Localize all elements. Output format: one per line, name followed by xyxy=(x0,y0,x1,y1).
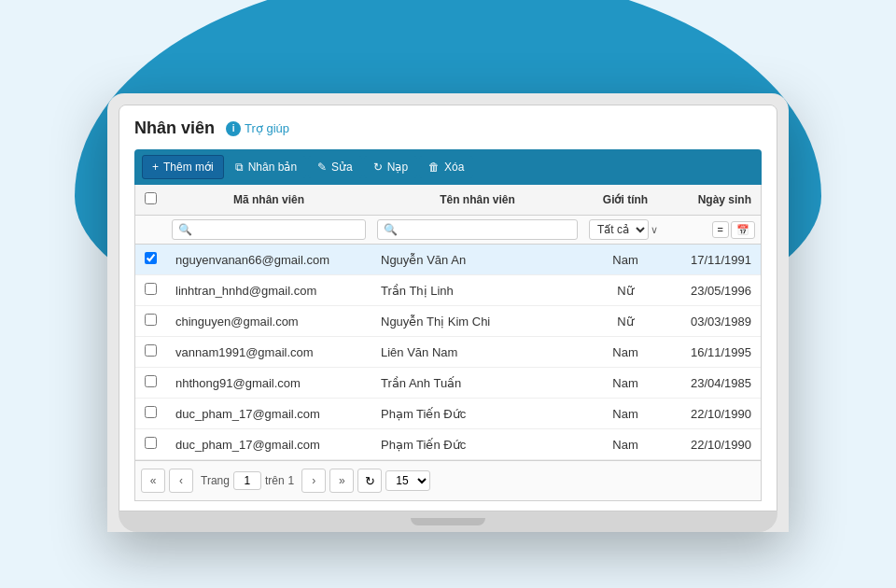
row-gender: Nam xyxy=(583,337,667,368)
laptop-screen: Nhân viên i Trợ giúp + Thêm mới ⧉ Nhân b… xyxy=(119,105,777,511)
delete-button[interactable]: 🗑 Xóa xyxy=(419,156,473,178)
table-row[interactable]: linhtran_hnhd@gmail.com Trần Thị Linh Nữ… xyxy=(135,275,761,306)
table-row[interactable]: chinguyen@gmail.com Nguyễn Thị Kim Chi N… xyxy=(135,306,761,337)
filter-gender-select[interactable]: Tất cả Nam Nữ xyxy=(589,219,649,240)
row-checkbox-cell xyxy=(135,245,166,275)
row-checkbox-cell xyxy=(135,337,166,368)
help-text: Trợ giúp xyxy=(245,121,289,135)
row-dob: 22/10/1990 xyxy=(667,399,761,429)
row-checkbox[interactable] xyxy=(145,375,157,387)
row-dob: 23/05/1996 xyxy=(667,275,761,306)
data-table: Mã nhân viên Tên nhân viên Giới tính Ngà… xyxy=(135,185,761,460)
prev-page-button[interactable]: ‹ xyxy=(169,469,193,493)
row-checkbox[interactable] xyxy=(145,406,157,418)
row-name: Phạm Tiến Đức xyxy=(371,429,583,460)
add-label: Thêm mới xyxy=(163,161,214,174)
row-id: nguyenvanan66@gmail.com xyxy=(166,245,371,275)
table-row[interactable]: nguyenvanan66@gmail.com Nguyễn Văn An Na… xyxy=(135,245,761,275)
table-header-row: Mã nhân viên Tên nhân viên Giới tính Ngà… xyxy=(135,185,761,216)
row-gender: Nữ xyxy=(583,306,667,337)
table-body: nguyenvanan66@gmail.com Nguyễn Văn An Na… xyxy=(135,245,761,460)
row-checkbox[interactable] xyxy=(145,314,157,326)
next-page-button[interactable]: › xyxy=(301,469,326,493)
copy-button[interactable]: ⧉ Nhân bản xyxy=(226,156,306,178)
col-header-gender: Giới tính xyxy=(583,185,667,216)
filter-eq-button[interactable]: = xyxy=(712,221,729,238)
filter-id-input[interactable] xyxy=(172,219,366,240)
col-header-dob: Ngày sinh xyxy=(667,185,761,216)
row-checkbox[interactable] xyxy=(145,252,157,264)
row-dob: 22/10/1990 xyxy=(667,429,761,460)
row-id: linhtran_hnhd@gmail.com xyxy=(166,275,371,306)
copy-label: Nhân bản xyxy=(248,161,297,174)
row-id: chinguyen@gmail.com xyxy=(166,306,371,337)
reload-icon: ↻ xyxy=(373,161,383,174)
row-checkbox-cell xyxy=(135,429,166,460)
row-checkbox-cell xyxy=(135,399,166,429)
row-name: Phạm Tiến Đức xyxy=(371,399,583,429)
row-gender: Nam xyxy=(583,368,667,399)
row-name: Nguyễn Thị Kim Chi xyxy=(371,306,583,337)
filter-row: Tất cả Nam Nữ ∨ = 📅 xyxy=(135,216,761,245)
row-checkbox[interactable] xyxy=(145,437,157,449)
row-name: Trần Anh Tuấn xyxy=(371,368,583,399)
row-dob: 17/11/1991 xyxy=(667,245,761,275)
reload-label: Nạp xyxy=(387,161,408,174)
toolbar: + Thêm mới ⧉ Nhân bản ✎ Sửa ↻ Nạp 🗑 X xyxy=(134,149,762,185)
laptop-base xyxy=(119,511,777,532)
table-row[interactable]: duc_pham_17@gmail.com Phạm Tiến Đức Nam … xyxy=(135,429,761,460)
row-checkbox-cell xyxy=(135,275,166,306)
col-header-name: Tên nhân viên xyxy=(371,185,583,216)
page-title: Nhân viên xyxy=(134,119,215,138)
row-name: Nguyễn Văn An xyxy=(371,245,583,275)
page-info: Trang trên 1 xyxy=(201,471,294,490)
row-checkbox[interactable] xyxy=(145,283,157,295)
refresh-button[interactable]: ↻ xyxy=(357,469,382,493)
filter-gender-cell: Tất cả Nam Nữ ∨ xyxy=(583,216,667,245)
row-gender: Nam xyxy=(583,399,667,429)
row-id: vannam1991@gmail.com xyxy=(166,337,371,368)
row-id: nhthong91@gmail.com xyxy=(166,368,371,399)
last-page-button[interactable]: » xyxy=(329,469,354,493)
select-all-header xyxy=(135,185,166,216)
pagination-bar: « ‹ Trang trên 1 › » ↻ 10 15 20 50 xyxy=(134,461,762,501)
filter-cal-button[interactable]: 📅 xyxy=(731,221,755,239)
row-dob: 16/11/1995 xyxy=(667,337,761,368)
row-gender: Nam xyxy=(583,429,667,460)
table-row[interactable]: vannam1991@gmail.com Liên Văn Nam Nam 16… xyxy=(135,337,761,368)
total-pages: 1 xyxy=(288,474,295,487)
row-name: Liên Văn Nam xyxy=(371,337,583,368)
filter-name-cell xyxy=(371,216,583,245)
filter-name-input[interactable] xyxy=(377,219,578,240)
edit-button[interactable]: ✎ Sửa xyxy=(308,156,362,178)
col-header-id: Mã nhân viên xyxy=(166,185,371,216)
row-checkbox-cell xyxy=(135,368,166,399)
row-checkbox[interactable] xyxy=(145,344,157,357)
page-header: Nhân viên i Trợ giúp xyxy=(134,119,762,138)
row-id: duc_pham_17@gmail.com xyxy=(166,399,371,429)
row-gender: Nữ xyxy=(583,275,667,306)
row-dob: 23/04/1985 xyxy=(667,368,761,399)
of-label: trên xyxy=(265,474,285,487)
select-all-checkbox[interactable] xyxy=(145,192,157,204)
page-number-input[interactable] xyxy=(233,471,261,490)
help-icon: i xyxy=(226,121,241,136)
page-size-select[interactable]: 10 15 20 50 xyxy=(385,470,430,491)
table-row[interactable]: duc_pham_17@gmail.com Phạm Tiến Đức Nam … xyxy=(135,399,761,429)
row-id: duc_pham_17@gmail.com xyxy=(166,429,371,460)
delete-label: Xóa xyxy=(444,161,464,174)
row-checkbox-cell xyxy=(135,306,166,337)
help-link[interactable]: i Trợ giúp xyxy=(226,121,289,136)
gender-filter-icon: ∨ xyxy=(651,224,658,236)
table-row[interactable]: nhthong91@gmail.com Trần Anh Tuấn Nam 23… xyxy=(135,368,761,399)
copy-icon: ⧉ xyxy=(235,161,244,174)
reload-button[interactable]: ↻ Nạp xyxy=(364,156,417,178)
edit-icon: ✎ xyxy=(317,161,327,174)
screen-content: Nhân viên i Trợ giúp + Thêm mới ⧉ Nhân b… xyxy=(119,105,777,511)
add-button[interactable]: + Thêm mới xyxy=(142,155,224,179)
table-wrapper: Mã nhân viên Tên nhân viên Giới tính Ngà… xyxy=(134,185,762,461)
row-gender: Nam xyxy=(583,245,667,275)
laptop-container: Nhân viên i Trợ giúp + Thêm mới ⧉ Nhân b… xyxy=(107,93,789,532)
laptop-notch xyxy=(411,518,485,525)
first-page-button[interactable]: « xyxy=(141,469,165,493)
